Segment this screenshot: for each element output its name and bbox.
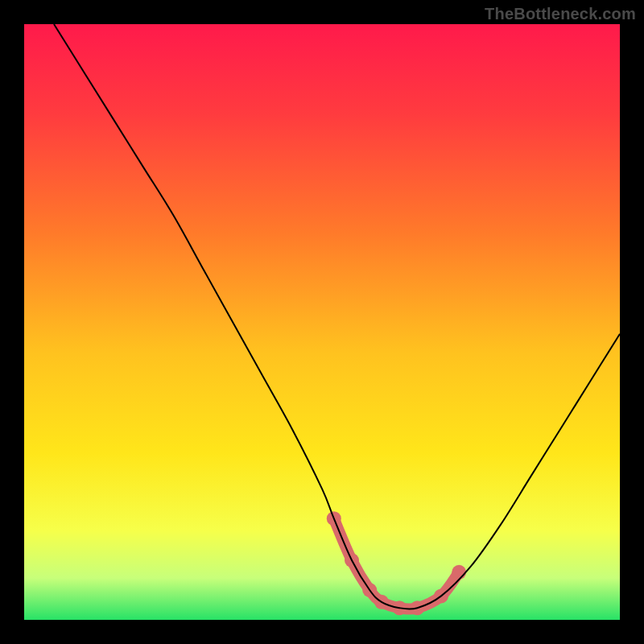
plot-background [24, 24, 620, 620]
chart-svg [0, 0, 644, 644]
watermark-text: TheBottleneck.com [485, 5, 636, 23]
highlight-dot [452, 565, 466, 580]
chart-frame: TheBottleneck.com [0, 0, 644, 644]
